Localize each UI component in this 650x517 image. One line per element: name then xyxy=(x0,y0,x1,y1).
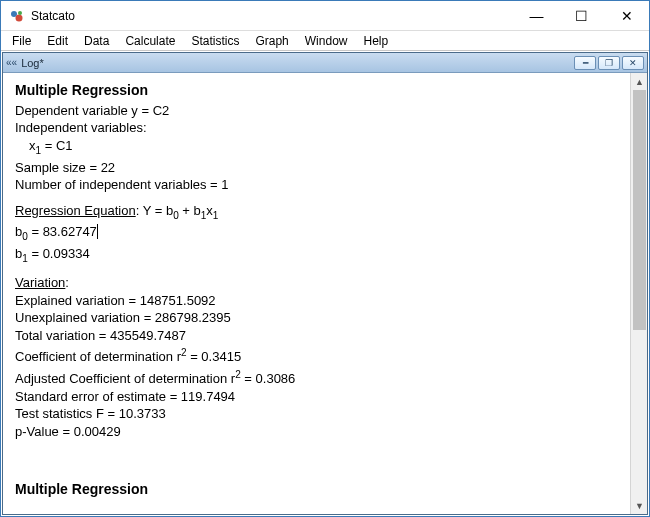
unexplained-variation-label: Unexplained variation = xyxy=(15,310,155,325)
log-minimize-button[interactable]: ━ xyxy=(574,56,596,70)
dependent-variable-line: Dependent variable y = C2 xyxy=(15,102,618,120)
std-error-value: 119.7494 xyxy=(181,389,235,404)
x1-eq: = xyxy=(41,138,56,153)
sample-size-value: 22 xyxy=(101,160,115,175)
dependent-variable-value: C2 xyxy=(153,103,170,118)
log-body-wrap: Multiple Regression Dependent variable y… xyxy=(3,73,647,514)
sample-size-label: Sample size = xyxy=(15,160,101,175)
heading-multiple-regression-2: Multiple Regression xyxy=(15,480,618,499)
r2-eq: = xyxy=(187,349,202,364)
x1-line: x1 = C1 xyxy=(29,137,618,155)
log-maximize-button[interactable]: ❐ xyxy=(598,56,620,70)
log-window-title: Log* xyxy=(21,57,44,69)
menubar: File Edit Data Calculate Statistics Grap… xyxy=(1,31,649,51)
dependent-variable-label: Dependent variable y = xyxy=(15,103,153,118)
p-value-value: 0.00429 xyxy=(74,424,121,439)
log-window-controls: ━ ❐ ✕ xyxy=(574,56,644,70)
total-variation-value: 435549.7487 xyxy=(110,328,186,343)
f-stat-label: Test statistics F = xyxy=(15,406,119,421)
menu-file[interactable]: File xyxy=(5,33,38,49)
vertical-scrollbar[interactable]: ▲ ▼ xyxy=(630,73,647,514)
unexplained-variation-value: 286798.2395 xyxy=(155,310,231,325)
sample-size-line: Sample size = 22 xyxy=(15,159,618,177)
unexplained-variation-line: Unexplained variation = 286798.2395 xyxy=(15,309,618,327)
regression-equation-sep: : Y = b xyxy=(136,203,173,218)
window-title: Statcato xyxy=(31,9,75,23)
b1-value: 0.09334 xyxy=(43,246,90,261)
log-titlebar[interactable]: «« Log* ━ ❐ ✕ xyxy=(3,53,647,73)
std-error-line: Standard error of estimate = 119.7494 xyxy=(15,388,618,406)
r2-value: 0.3415 xyxy=(201,349,241,364)
scrollbar-thumb[interactable] xyxy=(633,90,646,330)
menu-window[interactable]: Window xyxy=(298,33,355,49)
menu-graph[interactable]: Graph xyxy=(248,33,295,49)
menu-data[interactable]: Data xyxy=(77,33,116,49)
b1-line: b1 = 0.09334 xyxy=(15,245,618,263)
adj-r2-line: Adjusted Coefficient of determination r2… xyxy=(15,370,618,388)
b0-eq: = xyxy=(28,224,43,239)
scrollbar-down-arrow-icon[interactable]: ▼ xyxy=(631,497,647,514)
mdi-client-area: «« Log* ━ ❐ ✕ Multiple Regression Depend… xyxy=(2,52,648,515)
svg-point-2 xyxy=(18,11,22,15)
f-stat-line: Test statistics F = 10.3733 xyxy=(15,405,618,423)
variation-colon: : xyxy=(65,275,69,290)
adj-r2-label: Adjusted Coefficient of determination r xyxy=(15,371,235,386)
f-stat-value: 10.3733 xyxy=(119,406,166,421)
log-window-glyph-icon: «« xyxy=(6,57,17,68)
p-value-line: p-Value = 0.00429 xyxy=(15,423,618,441)
x1-value: C1 xyxy=(56,138,73,153)
total-variation-label: Total variation = xyxy=(15,328,110,343)
regression-equation-plus: + b xyxy=(179,203,201,218)
titlebar: Statcato — ☐ ✕ xyxy=(1,1,649,31)
variation-heading: Variation: xyxy=(15,274,618,292)
adj-r2-eq: = xyxy=(241,371,256,386)
explained-variation-line: Explained variation = 148751.5092 xyxy=(15,292,618,310)
variation-label: Variation xyxy=(15,275,65,290)
menu-edit[interactable]: Edit xyxy=(40,33,75,49)
b0-value: 83.62747 xyxy=(43,224,98,239)
close-button[interactable]: ✕ xyxy=(604,1,649,30)
b1-eq: = xyxy=(28,246,43,261)
scrollbar-up-arrow-icon[interactable]: ▲ xyxy=(631,73,647,90)
menu-help[interactable]: Help xyxy=(356,33,395,49)
explained-variation-value: 148751.5092 xyxy=(140,293,216,308)
p-value-label: p-Value = xyxy=(15,424,74,439)
b0-line: b0 = 83.62747 xyxy=(15,223,618,241)
regression-equation-label: Regression Equation xyxy=(15,203,136,218)
menu-statistics[interactable]: Statistics xyxy=(184,33,246,49)
regeq-x-sub: 1 xyxy=(213,209,219,220)
regression-equation-line: Regression Equation: Y = b0 + b1x1 xyxy=(15,202,618,220)
menu-calculate[interactable]: Calculate xyxy=(118,33,182,49)
r2-line: Coefficient of determination r2 = 0.3415 xyxy=(15,348,618,366)
independent-variables-label: Independent variables: xyxy=(15,119,618,137)
num-indep-line: Number of independent variables = 1 xyxy=(15,176,618,194)
window-controls: — ☐ ✕ xyxy=(514,1,649,30)
r2-label: Coefficient of determination r xyxy=(15,349,181,364)
svg-point-1 xyxy=(16,14,23,21)
adj-r2-value: 0.3086 xyxy=(256,371,296,386)
log-window: «« Log* ━ ❐ ✕ Multiple Regression Depend… xyxy=(2,52,648,515)
maximize-button[interactable]: ☐ xyxy=(559,1,604,30)
log-content[interactable]: Multiple Regression Dependent variable y… xyxy=(3,73,630,514)
std-error-label: Standard error of estimate = xyxy=(15,389,181,404)
explained-variation-label: Explained variation = xyxy=(15,293,140,308)
num-indep-value: 1 xyxy=(221,177,228,192)
total-variation-line: Total variation = 435549.7487 xyxy=(15,327,618,345)
app-icon xyxy=(9,8,25,24)
num-indep-label: Number of independent variables = xyxy=(15,177,221,192)
minimize-button[interactable]: — xyxy=(514,1,559,30)
heading-multiple-regression: Multiple Regression xyxy=(15,81,618,100)
log-close-button[interactable]: ✕ xyxy=(622,56,644,70)
